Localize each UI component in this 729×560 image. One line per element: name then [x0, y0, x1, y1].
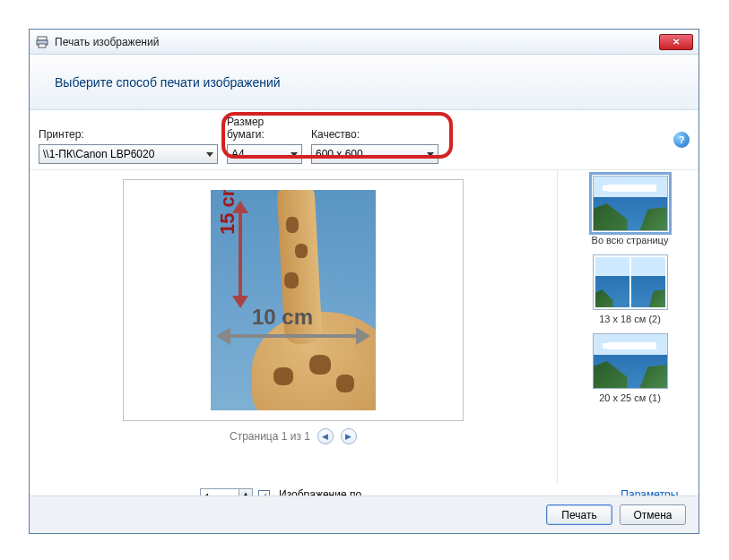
printer-icon	[35, 35, 49, 49]
titlebar: Печать изображений ✕	[30, 30, 699, 55]
printer-combo[interactable]: \\1-ПК\Canon LBP6020	[39, 144, 218, 164]
chevron-down-icon	[427, 152, 434, 157]
cancel-button[interactable]: Отмена	[620, 504, 686, 525]
print-dialog: Печать изображений ✕ Выберите способ печ…	[29, 29, 699, 534]
layout-item-13x18[interactable]: 13 x 18 см (2)	[567, 254, 693, 324]
preview-pane: 15 cm 10 cm Страница 1 из 1 ◀ ▶	[30, 170, 557, 484]
layout-item-full[interactable]: Во всю страницу	[567, 176, 693, 246]
svg-rect-0	[38, 37, 47, 40]
paper-combo[interactable]: A4	[227, 144, 302, 164]
prev-page-button[interactable]: ◀	[317, 428, 334, 444]
dimension-v-label: 15 cm	[216, 190, 239, 235]
window-title: Печать изображений	[55, 36, 159, 48]
dimension-arrow-h	[216, 330, 370, 342]
printer-value: \\1-ПК\Canon LBP6020	[43, 148, 154, 160]
layout-label: 13 x 18 см (2)	[567, 314, 693, 324]
print-button[interactable]: Печать	[546, 504, 612, 525]
layout-label: Во всю страницу	[567, 235, 693, 246]
layout-thumb	[593, 254, 668, 310]
layout-thumb	[593, 176, 668, 231]
paper-field: Размер бумаги: A4	[227, 116, 302, 164]
printer-label: Принтер:	[39, 128, 218, 141]
chevron-down-icon	[206, 152, 213, 157]
close-button[interactable]: ✕	[659, 34, 693, 50]
next-page-button[interactable]: ▶	[341, 428, 357, 444]
quality-label: Качество:	[311, 128, 438, 141]
settings-row: Принтер: \\1-ПК\Canon LBP6020 Размер бум…	[30, 110, 699, 170]
layout-thumb	[593, 333, 668, 389]
paper-value: A4	[231, 148, 245, 160]
content-area: 15 cm 10 cm Страница 1 из 1 ◀ ▶ Во всю с…	[30, 170, 699, 484]
quality-value: 600 x 600	[316, 148, 363, 160]
dimension-h-label: 10 cm	[252, 305, 313, 330]
svg-rect-2	[39, 44, 46, 47]
chevron-down-icon	[291, 152, 298, 157]
dialog-footer: Печать Отмена	[30, 495, 699, 533]
layout-label: 20 x 25 см (1)	[567, 392, 693, 403]
quality-field: Качество: 600 x 600	[311, 128, 438, 164]
page-preview: 15 cm 10 cm	[123, 179, 464, 421]
paper-label: Размер бумаги:	[227, 116, 302, 141]
dialog-header: Выберите способ печати изображений	[30, 55, 699, 110]
printer-field: Принтер: \\1-ПК\Canon LBP6020	[39, 128, 218, 164]
layout-list: Во всю страницу 13 x 18 см (2) 20 x 25 с…	[557, 170, 699, 484]
preview-image: 15 cm 10 cm	[211, 190, 376, 410]
quality-combo[interactable]: 600 x 600	[311, 144, 438, 164]
help-icon[interactable]: ?	[673, 132, 690, 148]
page-indicator: Страница 1 из 1	[230, 430, 310, 443]
page-navigator: Страница 1 из 1 ◀ ▶	[230, 428, 357, 444]
header-heading: Выберите способ печати изображений	[55, 75, 281, 90]
layout-item-20x25[interactable]: 20 x 25 см (1)	[567, 333, 693, 403]
